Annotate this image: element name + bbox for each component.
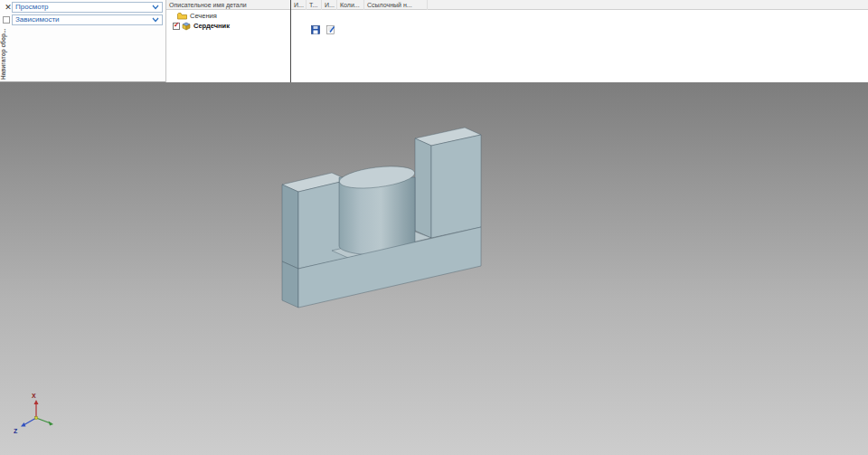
coordinate-triad: X Z <box>14 393 53 434</box>
column-header-state[interactable]: Т... <box>307 0 322 10</box>
x-axis-arrow-icon <box>34 400 39 404</box>
chevron-down-icon <box>152 17 159 23</box>
column-header-info[interactable]: И... <box>291 0 307 10</box>
dependencies-combo-label: Зависимости <box>15 15 152 24</box>
x-axis-label: X <box>32 393 36 399</box>
row-checkbox[interactable]: ✓ <box>173 23 180 30</box>
base-side-face[interactable] <box>282 261 298 308</box>
assembly-navigator-panel: ✕ Навигатор сбор... Просмотр Зависимости… <box>0 0 868 82</box>
dependencies-combo[interactable]: Зависимости <box>12 14 163 25</box>
table-header: Описательное имя детали И... Т... И... К… <box>166 0 868 10</box>
y-axis-arrow-icon <box>49 422 54 426</box>
panel-title-vertical: Навигатор сбор... <box>0 16 10 80</box>
column-header-reference[interactable]: Ссылочный н... <box>364 0 428 10</box>
view-combo-label: Просмотр <box>15 3 152 12</box>
column-divider[interactable] <box>290 0 291 82</box>
column-header-name[interactable]: Описательное имя детали <box>166 0 291 10</box>
table-row-core[interactable]: ✓ Сердечник <box>166 21 868 31</box>
save-icon <box>311 25 320 34</box>
folder-icon <box>177 12 187 20</box>
view-combo[interactable]: Просмотр <box>12 2 163 13</box>
right-post-inner-face[interactable] <box>415 138 431 238</box>
cylinder-body[interactable] <box>339 177 415 255</box>
dependencies-checkbox[interactable] <box>3 16 10 24</box>
check-icon: ✓ <box>174 21 180 30</box>
left-post-side-face[interactable] <box>282 185 298 269</box>
z-axis-label: Z <box>14 428 18 434</box>
3d-viewport[interactable]: X Z <box>0 82 868 455</box>
part-core-3d-model[interactable] <box>282 128 481 308</box>
table-row-sections[interactable]: Сечения <box>166 11 868 21</box>
row-label: Сечения <box>190 12 217 20</box>
assembly-tree-table: Описательное имя детали И... Т... И... К… <box>166 0 868 82</box>
right-post-front-face[interactable] <box>431 135 481 238</box>
part-icon <box>182 22 191 31</box>
column-header-modified[interactable]: И... <box>322 0 337 10</box>
column-header-quantity[interactable]: Коли... <box>337 0 364 10</box>
modified-icon <box>326 25 335 34</box>
chevron-down-icon <box>152 5 159 10</box>
row-label: Сердечник <box>193 22 230 30</box>
